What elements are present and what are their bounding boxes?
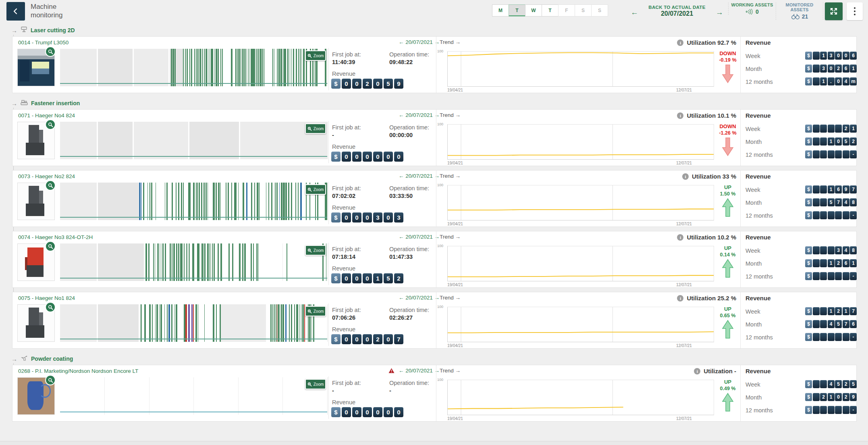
counter-digit: [820, 307, 827, 315]
timeline-gridline: [193, 377, 194, 415]
timeline-activity-bar: [144, 304, 146, 342]
weekday-button-1[interactable]: T: [509, 4, 525, 17]
timeline-zoom-button[interactable]: Zoom: [305, 306, 326, 316]
timeline-activity-bar: [231, 183, 232, 220]
trend-x-start: 19/04/21: [447, 283, 463, 287]
weekday-button-3[interactable]: T: [542, 4, 559, 17]
card-prev-date-arrow[interactable]: ←: [399, 112, 404, 118]
timeline-zoom-button[interactable]: Zoom: [305, 379, 326, 389]
info-icon[interactable]: i: [677, 112, 683, 119]
timeline-activity-bar: [170, 243, 171, 281]
revenue-panel: Revenue Week $13006 Month $30261 12 mont…: [740, 37, 857, 93]
utilization-value: Utilization 10.2 %: [687, 234, 736, 241]
info-icon[interactable]: i: [677, 295, 683, 302]
prev-date-arrow[interactable]: ←: [631, 8, 638, 17]
photo-magnifier-icon[interactable]: [45, 375, 56, 385]
current-date[interactable]: 20/07/2021: [631, 10, 723, 17]
info-icon[interactable]: i: [694, 368, 700, 374]
info-icon[interactable]: i: [682, 173, 689, 180]
weekday-button-0[interactable]: M: [492, 4, 509, 17]
machine-name-link[interactable]: 0073 - Haeger No2 824: [18, 173, 75, 179]
machine-name-link[interactable]: 0074 - Haeger No3 824-OT-2H: [18, 234, 93, 240]
machine-name-link[interactable]: 0071 - Haeger No4 824: [18, 112, 75, 119]
counter-digit: 1: [850, 125, 857, 133]
daily-timeline-chart[interactable]: [60, 243, 328, 281]
timeline-zoom-button[interactable]: Zoom: [305, 123, 326, 134]
trend-x-start: 19/04/21: [447, 88, 463, 92]
counter-digit: 1: [373, 273, 382, 283]
more-options-button[interactable]: [847, 2, 863, 20]
counter-digit: 1: [820, 77, 827, 85]
back-button[interactable]: [6, 2, 25, 21]
counter-digit: [835, 125, 842, 133]
card-prev-date-arrow[interactable]: ←: [399, 173, 404, 179]
photo-magnifier-icon[interactable]: [45, 46, 56, 57]
warning-icon[interactable]: [388, 368, 395, 374]
timeline-zoom-button[interactable]: Zoom: [305, 245, 326, 256]
daily-timeline-chart[interactable]: [60, 183, 328, 220]
timeline-activity-bar: [214, 183, 215, 220]
counter-digit: [813, 333, 820, 341]
trend-chart: [447, 380, 714, 415]
revenue-panel: Revenue Week $4525 Month $21029 12 month…: [740, 365, 857, 421]
daily-timeline-chart[interactable]: [60, 122, 328, 159]
daily-timeline-chart[interactable]: [60, 377, 328, 415]
utilization: i Utilization -: [694, 368, 736, 374]
machine-name-link[interactable]: 0014 - Trumpf L3050: [18, 40, 69, 46]
info-icon[interactable]: i: [677, 40, 683, 46]
counter-digit: 0: [342, 273, 351, 283]
weekday-button-2[interactable]: W: [525, 4, 542, 17]
timeline-activity-bar: [181, 183, 182, 220]
timeline-activity-bar: [196, 49, 196, 86]
daily-revenue-counter: $000152: [331, 273, 403, 283]
machine-card: 0014 - Trumpf L3050 Zoom First job at: 1…: [12, 36, 857, 93]
trend-zone: Trend → i Utilization 33 % 100 19/04/21 …: [436, 171, 740, 227]
counter-digit: [843, 333, 849, 341]
timeline-activity-bar: [296, 304, 297, 342]
counter-digit: 3: [373, 212, 382, 222]
timeline-activity-bar: [297, 304, 298, 342]
trend-x-end: 12/07/21: [676, 343, 692, 348]
card-prev-date-arrow[interactable]: ←: [399, 39, 404, 45]
timeline-activity-bar: [220, 49, 221, 86]
counter-digit: 4: [843, 77, 849, 85]
photo-magnifier-icon[interactable]: [45, 180, 56, 191]
fullscreen-button[interactable]: [825, 2, 843, 20]
card-prev-date-arrow[interactable]: ←: [399, 368, 404, 374]
timeline-activity-bar: [298, 49, 299, 86]
daily-timeline-chart[interactable]: [60, 49, 328, 86]
next-date-arrow[interactable]: →: [716, 8, 723, 17]
timeline-activity-bar: [285, 183, 287, 220]
utilization: i Utilization 33 %: [682, 173, 736, 180]
counter-digit: 4: [828, 320, 835, 328]
machine-name-link[interactable]: 0075 - Haeger No1 824: [18, 295, 75, 301]
timeline-activity-bar: [275, 183, 276, 220]
timeline-activity-bar: [266, 183, 266, 220]
timeline-activity-bar: [208, 183, 208, 220]
daily-timeline-chart[interactable]: [60, 304, 328, 342]
twelve-months-label: 12 months: [745, 334, 773, 341]
timeline-idle-block: [60, 49, 97, 86]
card-prev-date-arrow[interactable]: ←: [399, 234, 404, 240]
photo-magnifier-icon[interactable]: [45, 241, 56, 252]
timeline-activity-bar: [151, 183, 152, 220]
currency-box: $: [805, 272, 812, 280]
photo-magnifier-icon[interactable]: [45, 119, 56, 130]
timeline-zoom-button[interactable]: Zoom: [305, 184, 326, 195]
trend-line-chart: [448, 380, 714, 415]
currency-box: $: [805, 137, 812, 146]
section-arrow-icon: →: [11, 100, 17, 107]
card-prev-date-arrow[interactable]: ←: [399, 295, 404, 301]
info-icon[interactable]: i: [677, 234, 683, 241]
back-to-actual-date-button[interactable]: BACK TO ACTUAL DATE: [631, 2, 723, 10]
photo-magnifier-icon[interactable]: [45, 302, 56, 312]
timeline-activity-bar: [253, 243, 254, 281]
counter-digit: 8: [850, 246, 857, 254]
machine-name-link[interactable]: 0268 - P.I. Marketing/Nordson Nordson En…: [18, 368, 138, 374]
timeline-activity-bar: [173, 243, 175, 281]
counter-digit: [828, 333, 835, 341]
timeline-zoom-button[interactable]: Zoom: [305, 50, 326, 61]
timeline-activity-bar: [166, 183, 168, 220]
revenue-panel: Revenue Week $21 Month $1052 12 months $…: [740, 110, 857, 166]
timeline-activity-bar: [232, 49, 233, 86]
